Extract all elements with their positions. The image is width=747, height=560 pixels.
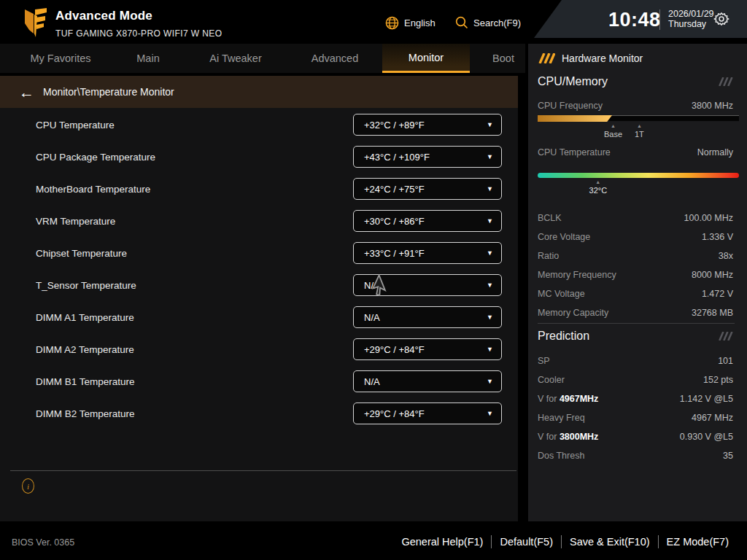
bios-screen: Advanced Mode TUF GAMING X870-PRO WIFI7 … [0,0,747,560]
temperature-dropdown[interactable]: +30°C / +86°F ▼ [353,210,502,232]
clock-divider [659,9,660,30]
temperature-dropdown[interactable]: +29°C / +84°F ▼ [353,402,502,424]
breadcrumb: ← Monitor\Temperature Monitor [0,76,518,108]
globe-icon [385,16,399,30]
stat-value: 35 [723,451,733,461]
tab-my-favorites[interactable]: My Favorites [13,44,108,73]
stat-label: Memory Frequency [538,270,616,280]
stat-value: Normally [697,147,733,158]
tab-advanced[interactable]: Advanced [302,44,368,73]
clock-panel: 10:48 2026/01/29 Thursday [534,0,747,38]
gear-icon[interactable] [713,11,729,27]
stat-value: 1.472 V [702,289,733,299]
ez-mode-button[interactable]: EZ Mode(F7) [659,536,737,548]
chevron-down-icon: ▼ [487,410,493,417]
table-row: DIMM A1 Temperature N/A ▼ [0,301,518,333]
stat-label: Cooler [538,375,565,385]
row-label: VRM Temperature [36,216,115,227]
stat-label: CPU Temperature [538,147,611,158]
temperature-dropdown[interactable]: N/A ▼ [353,370,502,392]
stat-label: V for 4967MHz [538,394,598,404]
tab-label: Boot [492,52,514,64]
dropdown-value: +43°C / +109°F [364,152,430,163]
language-label: English [404,18,436,28]
list-item: Core Voltage 1.336 V [538,228,733,246]
row-label: T_Sensor Temperature [36,280,136,291]
dropdown-value: +30°C / +86°F [364,216,425,227]
stat-value: 1.336 V [702,232,733,242]
dropdown-value: +29°C / +84°F [364,408,425,419]
hazard-stripes-icon [538,53,555,63]
stat-label: MC Voltage [538,289,585,299]
dropdown-value: +29°C / +84°F [364,344,425,355]
table-row: CPU Package Temperature +43°C / +109°F ▼ [0,141,518,173]
temperature-dropdown[interactable]: +33°C / +91°F ▼ [353,242,502,264]
triangle-up-icon: ▲ [589,179,608,184]
cpu-temperature-row: CPU Temperature Normally [538,144,733,160]
tab-label: Main [136,52,159,64]
stat-value: 32768 MB [692,308,733,318]
search-button[interactable]: Search(F9) [455,16,521,29]
row-label: CPU Temperature [36,120,115,131]
tab-ai-tweaker[interactable]: Ai Tweaker [197,44,274,73]
stat-label: Ratio [538,251,559,261]
list-item: Ratio 38x [538,246,733,265]
stat-value: 101 [718,356,733,366]
default-button[interactable]: Default(F5) [492,536,561,548]
cpu-frequency-bar: ▲ Base ▲ 1T [538,115,739,121]
marker-label: 32°C [589,186,608,195]
cpu-frequency-row: CPU Frequency 3800 MHz [538,98,733,114]
tab-monitor[interactable]: Monitor [382,44,470,73]
row-label: DIMM B2 Temperature [36,408,135,419]
stat-value: 0.930 V @L5 [680,432,733,442]
row-label: MotherBoard Temperature [36,184,150,195]
search-label: Search(F9) [473,18,521,28]
save-exit-button[interactable]: Save & Exit(F10) [562,536,658,548]
temperature-list: CPU Temperature +32°C / +89°F ▼ CPU Pack… [0,109,518,429]
list-item: MC Voltage 1.472 V [538,284,733,303]
temperature-dropdown[interactable]: N/A ▼ [353,306,502,328]
triangle-up-icon: ▲ [635,123,644,128]
list-item: Memory Capacity 32768 MB [538,303,733,322]
temperature-dropdown[interactable]: +24°C / +75°F ▼ [353,178,502,200]
temperature-dropdown[interactable]: +29°C / +84°F ▼ [353,338,502,360]
row-label: DIMM A1 Temperature [36,312,134,323]
stat-label: Dos Thresh [538,451,584,461]
chevron-down-icon: ▼ [487,314,493,321]
chevron-down-icon: ▼ [487,185,493,192]
table-row: Chipset Temperature +33°C / +91°F ▼ [0,237,518,269]
nav-tabs: My Favorites Main Ai Tweaker Advanced Mo… [0,44,525,73]
tuf-logo-icon [24,7,47,38]
tab-main[interactable]: Main [123,44,174,73]
stat-value: 8000 MHz [692,270,733,280]
chevron-down-icon: ▼ [487,121,493,128]
temperature-dropdown[interactable]: +32°C / +89°F ▼ [353,114,502,136]
tab-boot[interactable]: Boot [481,44,525,73]
dropdown-value: N/A [364,376,380,387]
cpu-temperature-bar: ▲ 32°C [538,173,739,178]
info-icon[interactable]: i [22,478,34,494]
mode-title: Advanced Mode [55,9,152,23]
section-title: Prediction [538,330,589,343]
general-help-button[interactable]: General Help(F1) [393,536,491,548]
tab-label: Monitor [409,52,444,63]
back-arrow-icon[interactable]: ← [19,85,34,100]
breadcrumb-path: Monitor\Temperature Monitor [43,86,174,98]
header-bar: Advanced Mode TUF GAMING X870-PRO WIFI7 … [0,0,747,44]
language-button[interactable]: English [385,16,436,30]
hardware-monitor-sidebar: Hardware Monitor CPU/Memory CPU Frequenc… [528,44,747,521]
stat-value: 100.00 MHz [684,213,733,223]
chevron-down-icon: ▼ [487,281,493,289]
table-row: CPU Temperature +32°C / +89°F ▼ [0,109,518,141]
timing-marker: ▲ 1T [635,123,644,139]
main-panel: ← Monitor\Temperature Monitor CPU Temper… [0,76,518,521]
stat-value: 152 pts [703,375,733,385]
sidebar-title: Hardware Monitor [562,52,643,64]
base-marker: ▲ Base [604,123,622,139]
footer-divider [10,470,516,471]
temperature-dropdown[interactable]: +43°C / +109°F ▼ [353,146,502,168]
clock-date: 2026/01/29 Thursday [668,9,714,29]
dropdown-value: +33°C / +91°F [364,248,425,259]
cpu-frequency-bar-fill [538,115,612,122]
clock-time: 10:48 [608,9,661,31]
